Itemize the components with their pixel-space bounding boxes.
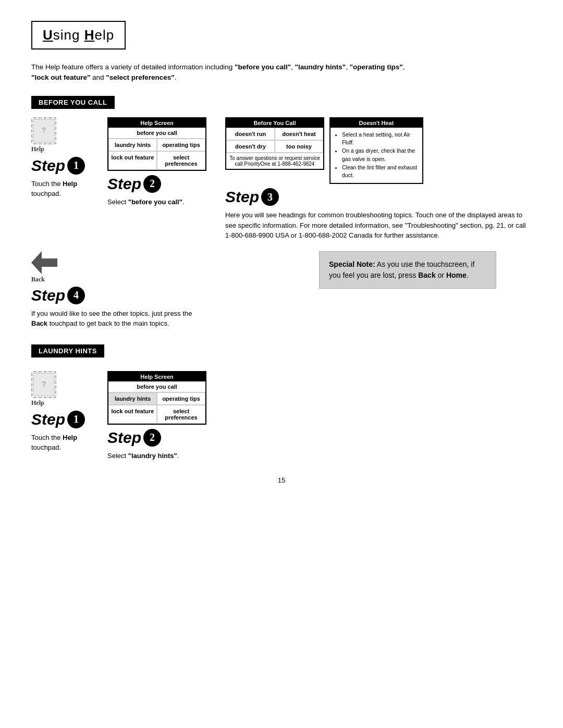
step2-circle: 2 — [143, 175, 161, 193]
byc-grid: doesn't run doesn't heat doesn't dry too… — [226, 128, 323, 153]
step2-text: Select "before you call". — [107, 197, 217, 207]
step3-text: Here you will see headings for common tr… — [225, 210, 532, 241]
laundry-help-icon-shape: ? — [31, 371, 56, 398]
intro-paragraph: The Help feature offers a variety of det… — [31, 62, 521, 83]
back-arrow-svg — [31, 251, 57, 274]
hs-row1: before you call — [108, 128, 205, 139]
laundry-hs-cell3: lock out feature — [108, 405, 157, 424]
help-label: Help — [31, 145, 44, 153]
laundry-step1-col: ? Help Step 1 Touch the Help touchpad. — [31, 371, 99, 453]
byc-cell3: doesn't dry — [226, 140, 275, 153]
dh-widget: Doesn't Heat Select a heat setting, not … — [329, 117, 423, 184]
dh-bullet3: Clean the lint filter and exhaust duct. — [342, 164, 418, 180]
hs-cell2: operating tips — [157, 139, 205, 151]
laundry-step1-circle: 1 — [67, 411, 85, 428]
svg-text:?: ? — [42, 380, 46, 388]
hs-cell1: laundry hints — [108, 139, 157, 151]
laundry-help-icon-svg: ? — [32, 372, 55, 397]
hs-cell4: select preferences — [157, 151, 205, 170]
page-number: 15 — [31, 476, 532, 484]
step4-row: Back Step 4 If you would like to see the… — [31, 251, 532, 329]
step1-circle: 1 — [67, 157, 85, 175]
help-screen-widget: Help Screen before you call laundry hint… — [107, 117, 206, 171]
step2-number: Step 2 — [107, 175, 217, 193]
laundry-hs-cell1: laundry hints — [108, 392, 157, 405]
laundry-hs-row1: before you call — [108, 381, 205, 392]
hs-grid: laundry hints operating tips lock out fe… — [108, 139, 205, 170]
laundry-hs-grid: laundry hints operating tips lock out fe… — [108, 392, 205, 424]
laundry-step2-col: Help Screen before you call laundry hint… — [107, 371, 217, 461]
byc-widget: Before You Call doesn't run doesn't heat… — [225, 117, 324, 170]
laundry-help-icon: ? Help — [31, 371, 63, 408]
step3-circle: 3 — [261, 188, 279, 206]
special-note-box: Special Note: As you use the touchscreen… — [319, 251, 496, 289]
laundry-hs-title: Help Screen — [108, 372, 205, 381]
laundry-step1-number: Step 1 — [31, 411, 99, 428]
dh-title: Doesn't Heat — [331, 118, 422, 128]
dh-bullet2: On a gas dryer, check that the gas valve… — [342, 147, 418, 164]
step3-number: Step 3 — [225, 188, 532, 206]
byc-cell2: doesn't heat — [275, 128, 323, 140]
step4-circle: 4 — [67, 287, 85, 304]
dh-bullet1: Select a heat setting, not Air Fluff. — [342, 131, 418, 147]
help-icon-shape: ? — [31, 117, 56, 144]
help-icon-svg: ? — [32, 118, 55, 143]
hs-title: Help Screen — [108, 118, 205, 128]
step1-text: Touch the Help touchpad. — [31, 179, 99, 199]
laundry-hints-header: Laundry Hints — [31, 344, 104, 357]
laundry-step2-text: Select "laundry hints". — [107, 451, 217, 461]
dh-body: Select a heat setting, not Air Fluff. On… — [331, 128, 422, 183]
step4-text: If you would like to see the other topic… — [31, 309, 209, 329]
step4-number: Step 4 — [31, 287, 209, 304]
laundry-hs-cell4: select preferences — [157, 405, 205, 424]
byc-cell4: too noisy — [275, 140, 323, 153]
steps-123-row: ? Help Step 1 Touch the Help touchpad. H… — [31, 117, 532, 241]
dh-list: Select a heat setting, not Air Fluff. On… — [335, 131, 418, 180]
byc-title: Before You Call — [226, 118, 323, 128]
back-icon: Back — [31, 251, 209, 283]
svg-marker-2 — [31, 251, 57, 274]
laundry-help-label: Help — [31, 399, 44, 407]
byc-footer: To answer questions or request service c… — [226, 153, 323, 169]
hs-cell3: lock out feature — [108, 151, 157, 170]
laundry-step1-text: Touch the Help touchpad. — [31, 433, 99, 453]
back-label: Back — [31, 276, 209, 283]
laundry-help-screen-widget: Help Screen before you call laundry hint… — [107, 371, 206, 425]
laundry-hs-cell2: operating tips — [157, 392, 205, 405]
page-title-text: Using Help — [43, 27, 114, 43]
laundry-step2-number: Step 2 — [107, 429, 217, 447]
laundry-step2-circle: 2 — [143, 429, 161, 447]
step1-col: ? Help Step 1 Touch the Help touchpad. — [31, 117, 99, 199]
step3-col: Before You Call doesn't run doesn't heat… — [225, 117, 532, 241]
page-title-box: Using Help — [31, 21, 126, 50]
svg-text:?: ? — [42, 126, 46, 134]
step2-col: Help Screen before you call laundry hint… — [107, 117, 217, 207]
before-you-call-header: Before You Call — [31, 96, 115, 109]
byc-cell1: doesn't run — [226, 128, 275, 140]
laundry-hints-section: Laundry Hints ? Help Step 1 Touch the He… — [31, 344, 532, 461]
step1-number: Step 1 — [31, 157, 99, 175]
laundry-steps-row: ? Help Step 1 Touch the Help touchpad. H… — [31, 371, 532, 461]
step4-col: Back Step 4 If you would like to see the… — [31, 251, 209, 329]
help-icon: ? Help — [31, 117, 63, 154]
